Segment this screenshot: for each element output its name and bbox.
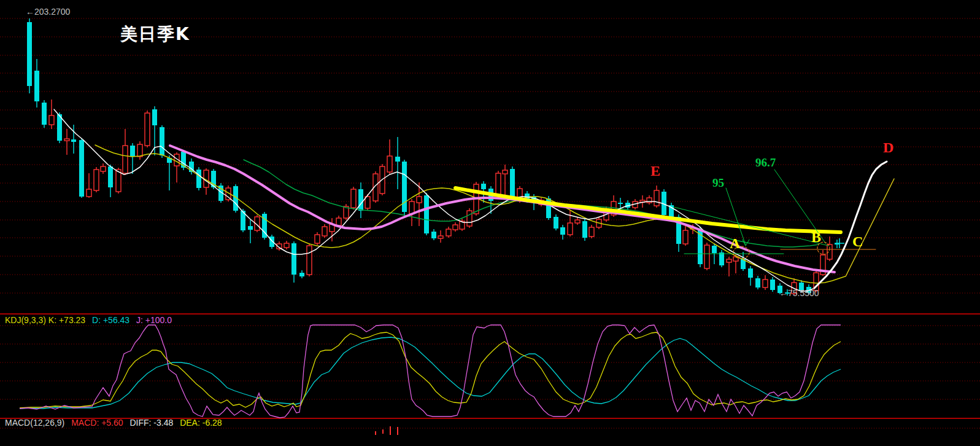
kdj-line-D — [20, 337, 841, 409]
macd-params: MACD(12,26,9) — [5, 418, 64, 428]
candle-body-up — [446, 229, 451, 236]
macd-diff-value: DIFF: -3.48 — [129, 418, 173, 428]
candle-body-up — [137, 144, 142, 157]
candle-body-up — [496, 173, 501, 195]
green-trendline — [674, 207, 828, 246]
chart-title: 美日季K — [120, 26, 190, 43]
annotation-letter-E: E — [650, 163, 660, 178]
candle-body-down — [712, 246, 717, 253]
candle-body-up — [123, 146, 128, 173]
trading-chart-app: 美日季K ←203.2700 ←75.5500 KDJ(9,3,3) K: +7… — [0, 0, 980, 446]
candle-body-up — [568, 223, 573, 235]
candle-body-down — [27, 22, 32, 86]
low-price-callout: ←75.5500 — [779, 289, 819, 297]
candle-body-down — [160, 127, 164, 155]
candle-body-up — [101, 166, 106, 171]
kdj-j-value: J: +100.0 — [136, 315, 172, 325]
candle-body-up — [284, 243, 289, 248]
candle-body-up — [727, 259, 731, 262]
candle-body-up — [575, 220, 580, 223]
candle-body-down — [299, 273, 304, 276]
candle-body-up — [733, 257, 738, 261]
candle-body-down — [560, 227, 565, 235]
candle-body-up — [387, 156, 392, 172]
candle-body-up — [322, 227, 327, 236]
candle-body-up — [589, 227, 594, 237]
kdj-indicator-layer — [20, 325, 841, 418]
candle-body-down — [130, 146, 135, 157]
candle-body-up — [683, 230, 688, 244]
candle-body-up — [351, 189, 356, 208]
candle-body-down — [108, 166, 113, 187]
candle-body-up — [438, 236, 443, 238]
candle-body-up — [763, 280, 768, 288]
chart-plot-area[interactable] — [0, 0, 980, 446]
candle-body-down — [770, 280, 775, 290]
candle-body-up — [654, 190, 659, 206]
macd-dea-value: DEA: -6.28 — [180, 418, 222, 428]
candle-body-up — [307, 246, 312, 275]
candle-body-up — [64, 139, 69, 141]
candle-body-down — [755, 278, 760, 288]
candle-body-down — [402, 162, 407, 212]
candle-body-down — [748, 268, 753, 278]
candle-body-down — [291, 243, 296, 275]
candle-body-up — [409, 201, 414, 214]
annotation-letter-D: D — [883, 140, 893, 155]
candle-body-up — [336, 218, 341, 225]
candle-body-down — [618, 203, 623, 204]
candle-body-up — [145, 113, 150, 146]
annotation-letter-B: B — [811, 230, 821, 245]
candle-body-up — [49, 115, 54, 125]
candle-body-down — [269, 237, 274, 247]
candle-body-down — [554, 217, 558, 229]
candle-body-up — [704, 245, 709, 268]
annotation-letter-95: 95 — [712, 177, 724, 189]
candle-body-up — [87, 189, 91, 197]
candle-body-up — [647, 198, 652, 203]
candle-body-down — [358, 189, 363, 211]
moving-average-layer — [54, 109, 845, 291]
annotation-letter-C: C — [852, 234, 863, 249]
annotation-letter-96-7: 96.7 — [755, 157, 776, 168]
candle-body-down — [395, 157, 400, 162]
candle-body-down — [719, 252, 724, 265]
candle-body-up — [94, 170, 99, 190]
candle-body-up — [453, 225, 458, 230]
candle-body-down — [79, 140, 84, 197]
candle-body-down — [424, 195, 429, 233]
kdj-d-value: D: +56.43 — [92, 315, 129, 325]
candle-body-down — [510, 169, 515, 198]
candle-body-down — [71, 139, 76, 142]
grid-layer — [0, 18, 980, 428]
kdj-params-k-value: KDJ(9,3,3) K: +73.23 — [5, 315, 85, 325]
candle-body-up — [503, 170, 507, 174]
candle-body-down — [152, 109, 157, 125]
candle-body-up — [467, 211, 472, 226]
macd-value: MACD: +5.60 — [71, 418, 123, 428]
candle-body-down — [248, 226, 253, 230]
ma-green — [244, 160, 819, 247]
candle-body-down — [582, 221, 587, 238]
candle-body-up — [315, 235, 320, 243]
candle-body-down — [34, 71, 39, 101]
candle-body-down — [431, 232, 436, 238]
candle-body-down — [481, 184, 486, 189]
candle-body-down — [196, 170, 201, 188]
kdj-indicator-readout: KDJ(9,3,3) K: +73.23 D: +56.43 J: +100.0 — [5, 316, 176, 324]
candle-body-up — [365, 197, 370, 208]
candle-body-down — [42, 103, 47, 125]
macd-indicator-readout: MACD(12,26,9) MACD: +5.60 DIFF: -3.48 DE… — [5, 418, 226, 427]
high-price-callout: ←203.2700 — [26, 7, 70, 16]
annotation-letter-A: A — [730, 236, 740, 251]
candle-body-up — [417, 197, 422, 203]
